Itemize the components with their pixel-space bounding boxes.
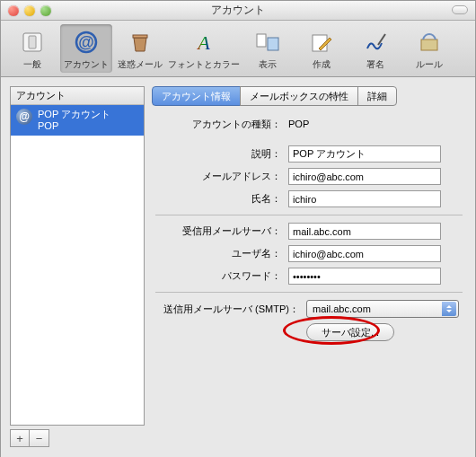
tab-account-info[interactable]: アカウント情報	[152, 86, 241, 106]
signature-icon	[361, 28, 390, 57]
viewing-icon	[253, 28, 282, 57]
preferences-toolbar: 一般 @ アカウント 迷惑メール A フォントとカラー 表示 作成 署名 ルール	[1, 21, 475, 77]
username-input[interactable]	[288, 245, 441, 262]
compose-icon	[307, 28, 336, 57]
toolbar-toggle-button[interactable]	[452, 5, 468, 14]
at-icon: @	[72, 28, 101, 57]
switch-icon	[18, 28, 47, 57]
close-button[interactable]	[8, 5, 19, 16]
fullname-input[interactable]	[288, 190, 441, 207]
toolbar-junk[interactable]: 迷惑メール	[114, 24, 166, 73]
account-row[interactable]: @ POP アカウント POP	[11, 105, 144, 136]
password-input[interactable]	[288, 268, 441, 285]
toolbar-accounts[interactable]: @ アカウント	[60, 24, 112, 73]
accounts-list: アカウント @ POP アカウント POP	[10, 86, 145, 426]
svg-rect-1	[29, 36, 36, 48]
toolbar-rules[interactable]: ルール	[403, 24, 455, 73]
svg-rect-7	[268, 38, 278, 50]
username-label: ユーザ名：	[155, 247, 288, 260]
add-account-button[interactable]: +	[10, 429, 30, 447]
description-input[interactable]	[288, 145, 441, 163]
toolbar-composing[interactable]: 作成	[295, 24, 348, 73]
minimize-button[interactable]	[24, 5, 35, 16]
font-icon: A	[190, 28, 218, 57]
password-label: パスワード：	[155, 269, 288, 283]
fullname-label: 氏名：	[155, 192, 288, 206]
window-title: アカウント	[1, 3, 475, 18]
at-icon: @	[16, 109, 32, 125]
toolbar-signatures[interactable]: 署名	[349, 24, 401, 73]
rules-icon	[415, 28, 444, 57]
svg-rect-9	[421, 40, 437, 50]
incoming-server-label: 受信用メールサーバ：	[155, 224, 288, 238]
smtp-select[interactable]: mail.abc.com	[306, 300, 459, 318]
email-input[interactable]	[288, 168, 441, 185]
description-label: 説明：	[155, 147, 288, 161]
toolbar-viewing[interactable]: 表示	[242, 24, 294, 73]
svg-text:@: @	[78, 33, 94, 51]
account-type-value: POP	[288, 117, 463, 131]
tab-mailbox-behaviors[interactable]: メールボックスの特性	[240, 86, 358, 106]
chevron-updown-icon	[442, 302, 456, 316]
smtp-label: 送信用メールサーバ (SMTP)：	[155, 303, 306, 316]
server-settings-button[interactable]: サーバ設定...	[306, 323, 394, 341]
incoming-server-input[interactable]	[288, 223, 441, 240]
toolbar-general[interactable]: 一般	[6, 24, 58, 73]
preferences-window: アカウント 一般 @ アカウント 迷惑メール A フォントとカラー 表示 作成	[0, 0, 476, 457]
svg-rect-6	[257, 34, 266, 47]
smtp-selected-value: mail.abc.com	[313, 303, 371, 314]
zoom-button[interactable]	[40, 5, 51, 16]
account-type: POP	[38, 120, 110, 132]
remove-account-button[interactable]: −	[30, 429, 49, 447]
toolbar-fonts[interactable]: A フォントとカラー	[168, 24, 240, 73]
titlebar: アカウント	[1, 1, 475, 21]
email-label: メールアドレス：	[155, 170, 288, 183]
accounts-list-header: アカウント	[11, 87, 144, 105]
tab-group: アカウント情報 メールボックスの特性 詳細	[152, 86, 466, 106]
tab-advanced[interactable]: 詳細	[357, 86, 397, 106]
svg-rect-4	[133, 35, 147, 38]
trash-icon	[126, 28, 154, 57]
account-type-label: アカウントの種類：	[155, 118, 288, 131]
svg-text:A: A	[196, 31, 210, 54]
account-name: POP アカウント	[38, 109, 110, 120]
